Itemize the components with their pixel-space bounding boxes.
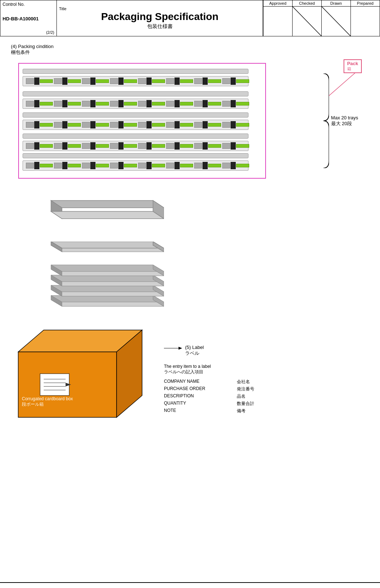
- pack-label-en: Pack: [347, 61, 358, 66]
- approved-label: Approved: [263, 0, 292, 7]
- prepared-label: Prepared: [351, 0, 380, 7]
- svg-rect-30: [40, 374, 69, 396]
- chip-group: [166, 162, 193, 169]
- chip-group: [166, 78, 193, 85]
- pack-label: Pack 箱: [344, 59, 362, 73]
- chip-group: [166, 142, 193, 150]
- title-section: Title Packaging Specification 包装仕様書: [57, 0, 263, 36]
- svg-marker-24: [51, 242, 164, 248]
- label-item-3: QUANTITY 数量合計: [164, 401, 281, 407]
- tray-body-4: [23, 99, 248, 109]
- chip-group: [222, 142, 249, 150]
- chip-group: [82, 142, 109, 150]
- label-item-jp-4: 備考: [237, 408, 281, 414]
- label-entry-section: The entry item to a label ラベルへの記入項目 COMP…: [164, 364, 281, 414]
- tray-row-1: [23, 69, 262, 74]
- section5-heading-en: (5) Label: [185, 345, 204, 350]
- label-items-table: COMPANY NAME 会社名 PURCHASE ORDER 発注番号 DES…: [164, 379, 281, 414]
- drawn-cell: Drawn: [321, 0, 350, 36]
- tray-chips-10: [23, 162, 248, 169]
- label-entry-title-en: The entry item to a label: [164, 364, 281, 369]
- prepared-content: [351, 7, 380, 36]
- tray-body-8: [23, 141, 248, 151]
- chip-group: [110, 142, 137, 150]
- box-section: Corrugated cardboard box 段ボール箱 (5) Label…: [11, 323, 369, 426]
- label-item-4: NOTE 備考: [164, 408, 281, 414]
- tray-top-view: [23, 69, 248, 74]
- chip-group: [110, 100, 137, 107]
- label-item-0: COMPANY NAME 会社名: [164, 379, 281, 385]
- tray-body-10: [23, 160, 248, 171]
- label-item-en-0: COMPANY NAME: [164, 379, 222, 385]
- pink-border-box: [18, 63, 266, 179]
- checked-cell: Checked: [292, 0, 321, 36]
- chip-group: [194, 142, 221, 150]
- chip-group: [54, 78, 81, 85]
- brace-svg: [322, 74, 329, 168]
- svg-line-0: [293, 7, 321, 36]
- chip-group: [54, 142, 81, 150]
- chip-group: [222, 162, 249, 169]
- chip-group: [82, 121, 109, 128]
- max-trays-en: Max 20 trays: [331, 115, 358, 120]
- chip-group: [222, 78, 249, 85]
- document-title-jp: 包装仕様書: [147, 23, 173, 30]
- chip-group: [54, 121, 81, 128]
- main-content: (4) Packing cindition 梱包条件 Pack 箱: [0, 36, 380, 575]
- stacked-trays-diagram: [40, 242, 369, 315]
- tray-row-10: [23, 160, 262, 171]
- chip-group: [26, 142, 53, 150]
- label-item-jp-1: 発注番号: [237, 386, 281, 392]
- chip-group: [82, 100, 109, 107]
- label-item-en-4: NOTE: [164, 408, 222, 414]
- tray-chips-2: [23, 78, 248, 85]
- svg-marker-37: [179, 347, 182, 350]
- svg-marker-8: [51, 295, 164, 302]
- single-tray-svg: [40, 197, 164, 233]
- tray-chips-4: [23, 100, 248, 107]
- pack-label-jp: 箱: [347, 66, 358, 72]
- chip-group: [26, 162, 53, 169]
- chip-group: [138, 100, 165, 107]
- svg-marker-16: [51, 275, 164, 282]
- max-trays-jp: 最大 20段: [331, 120, 358, 127]
- chip-group: [194, 162, 221, 169]
- chip-group: [222, 121, 249, 128]
- svg-marker-3: [51, 200, 164, 208]
- label-item-1: PURCHASE ORDER 発注番号: [164, 386, 281, 392]
- tray-top-7: [23, 134, 248, 139]
- section4-heading: (4) Packing cindition 梱包条件: [11, 44, 369, 56]
- label-section: (5) Label ラベル The entry item to a label …: [164, 345, 281, 415]
- tray-row-5: [23, 112, 262, 118]
- drawn-content: [322, 7, 350, 36]
- tray-body-6: [23, 120, 248, 130]
- tray-top-9: [23, 153, 248, 158]
- chip-group: [110, 162, 137, 169]
- svg-marker-5: [51, 211, 164, 219]
- chip-group: [138, 78, 165, 85]
- control-no-section: Control No. HD-BB-A100001 (2/2): [0, 0, 57, 36]
- control-no-value: HD-BB-A100001: [3, 16, 54, 21]
- tray-row-7: [23, 134, 262, 139]
- chip-group: [54, 162, 81, 169]
- tray-row-4: [23, 99, 262, 109]
- corrugated-box-jp: 段ボール箱: [22, 401, 73, 408]
- chip-group: [26, 100, 53, 107]
- chip-group: [82, 162, 109, 169]
- chip-group: [82, 78, 109, 85]
- svg-marker-20: [51, 265, 164, 271]
- chip-group: [26, 121, 53, 128]
- box-label-text: Corrugated cardboard box 段ボール箱: [22, 396, 73, 408]
- chip-group: [166, 121, 193, 128]
- chip-group: [166, 100, 193, 107]
- stacked-trays-svg: [40, 242, 164, 314]
- checked-content: [293, 7, 321, 36]
- tray-row-8: [23, 141, 262, 151]
- document-title: Packaging Specification: [101, 11, 218, 23]
- chip-group: [54, 100, 81, 107]
- cardboard-box: Corrugated cardboard box 段ボール箱: [11, 323, 149, 426]
- chip-group: [26, 78, 53, 85]
- label-entry-title-jp: ラベルへの記入項目: [164, 369, 281, 375]
- section5-heading-jp: ラベル: [185, 350, 204, 357]
- chip-group: [194, 121, 221, 128]
